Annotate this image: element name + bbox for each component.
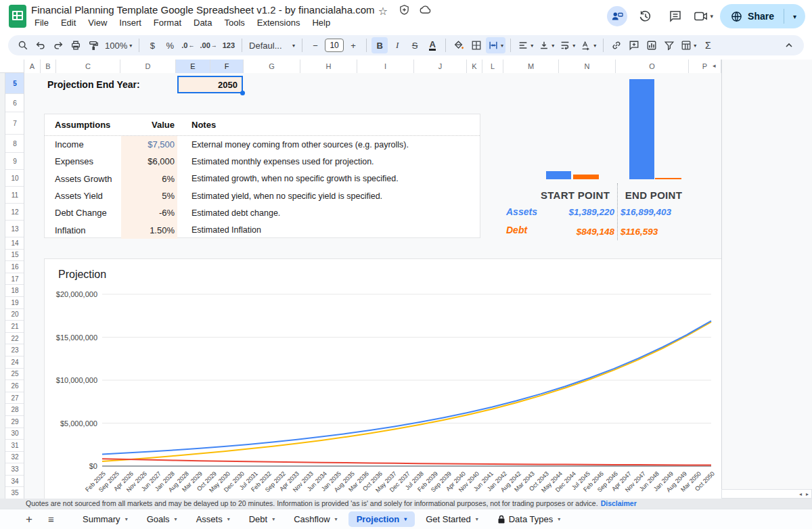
row-header-33[interactable]: 33	[5, 463, 24, 476]
row-header-12[interactable]: 12	[5, 204, 24, 221]
all-sheets-menu-icon[interactable]: ≡	[39, 513, 62, 525]
font-size-decrease-button[interactable]: −	[307, 37, 323, 53]
table-button[interactable]: ▾	[679, 37, 698, 53]
row-header-19[interactable]: 19	[5, 297, 24, 309]
insert-comment-button[interactable]	[626, 37, 642, 53]
row-header-28[interactable]: 28	[5, 404, 24, 416]
sheets-logo-icon[interactable]	[9, 5, 26, 28]
column-header-M[interactable]: M	[503, 60, 559, 73]
column-header-H[interactable]: H	[300, 60, 357, 73]
menu-insert[interactable]: Insert	[114, 16, 146, 29]
merge-cells-button[interactable]: ▾	[486, 37, 505, 53]
tab-summary[interactable]: Summary▾	[74, 511, 136, 527]
menu-view[interactable]: View	[83, 16, 112, 29]
assumption-value-cell[interactable]: -6%	[121, 204, 177, 221]
row-header-31[interactable]: 31	[5, 440, 24, 452]
undo-button[interactable]	[32, 37, 49, 53]
row-header-30[interactable]: 30	[5, 428, 24, 440]
tab-assets[interactable]: Assets▾	[188, 511, 238, 527]
column-header-N[interactable]: N	[559, 60, 616, 73]
spreadsheet-canvas[interactable]: Projection End Year: 2050 Assumptions Va…	[24, 73, 721, 499]
row-header-11[interactable]: 11	[5, 187, 24, 204]
move-shield-icon[interactable]	[397, 4, 411, 18]
column-header-C[interactable]: C	[56, 60, 120, 73]
column-header-J[interactable]: J	[414, 60, 467, 73]
menu-data[interactable]: Data	[189, 16, 217, 29]
tab-goals[interactable]: Goals▾	[139, 511, 185, 527]
row-header-21[interactable]: 21	[5, 321, 24, 333]
print-button[interactable]	[68, 37, 84, 53]
row-header-16[interactable]: 16	[5, 261, 24, 273]
column-header-L[interactable]: L	[482, 60, 503, 73]
font-select[interactable]: Defaul...▾	[247, 37, 297, 53]
bold-button[interactable]: B	[371, 37, 388, 53]
increase-decimal-button[interactable]: .00→	[198, 37, 219, 53]
presence-indicator-icon[interactable]	[607, 6, 627, 26]
font-size-increase-button[interactable]: +	[345, 37, 361, 53]
tab-caret-icon[interactable]: ▾	[175, 516, 177, 522]
menu-help[interactable]: Help	[307, 16, 335, 29]
select-all-corner[interactable]	[0, 60, 24, 73]
more-formats-button[interactable]: 123	[221, 37, 237, 53]
tab-caret-icon[interactable]: ▾	[404, 516, 407, 522]
menu-tools[interactable]: Tools	[219, 16, 249, 29]
assumption-value-cell[interactable]: 1.50%	[121, 221, 177, 238]
tab-caret-icon[interactable]: ▾	[227, 516, 230, 522]
share-caret-icon[interactable]: ▾	[784, 13, 805, 20]
text-color-button[interactable]: A	[424, 37, 441, 53]
row-header-25[interactable]: 25	[5, 369, 24, 381]
end-year-cell[interactable]: 2050	[177, 76, 243, 93]
assumption-value-cell[interactable]: 5%	[121, 187, 177, 204]
menu-file[interactable]: File	[30, 16, 53, 29]
text-wrap-button[interactable]: ▾	[558, 37, 577, 53]
row-header-26[interactable]: 26	[5, 380, 24, 392]
column-header-G[interactable]: G	[244, 60, 300, 73]
redo-button[interactable]	[50, 37, 66, 53]
tab-get-started[interactable]: Get Started▾	[418, 511, 487, 527]
menu-format[interactable]: Format	[149, 16, 186, 29]
format-currency-button[interactable]: $	[144, 37, 160, 53]
search-icon[interactable]	[15, 37, 31, 53]
add-sheet-button[interactable]: +	[19, 513, 39, 526]
horizontal-scrollbar[interactable]: ◂ ▸	[721, 489, 812, 499]
italic-button[interactable]: I	[389, 37, 405, 53]
zoom-select[interactable]: 100%▾	[103, 37, 134, 53]
row-header-5[interactable]: 5	[5, 73, 24, 94]
tab-cashflow[interactable]: Cashflow▾	[286, 511, 345, 527]
functions-button[interactable]: Σ	[700, 37, 716, 53]
column-header-K[interactable]: K	[467, 60, 482, 73]
decrease-decimal-button[interactable]: .0←	[179, 37, 196, 53]
column-header-A[interactable]: A	[24, 60, 41, 73]
row-header-17[interactable]: 17	[5, 273, 24, 285]
font-size-input[interactable]: 10	[325, 39, 344, 52]
tab-caret-icon[interactable]: ▾	[476, 516, 478, 522]
tab-data-types[interactable]: Data Types▾	[489, 511, 569, 527]
row-header-20[interactable]: 20	[5, 309, 24, 321]
row-header-32[interactable]: 32	[5, 452, 24, 464]
assumption-value-cell[interactable]: $6,000	[121, 153, 177, 170]
format-percent-button[interactable]: %	[162, 37, 178, 53]
fill-handle[interactable]	[240, 91, 245, 95]
assumption-value-cell[interactable]: 6%	[121, 170, 177, 187]
column-header-D[interactable]: D	[120, 60, 176, 73]
comment-history-icon[interactable]	[664, 5, 687, 28]
tab-projection[interactable]: Projection▾	[348, 511, 415, 527]
share-button[interactable]: Share ▾	[720, 4, 805, 28]
row-header-34[interactable]: 34	[5, 476, 24, 488]
text-rotation-button[interactable]: ▾	[579, 37, 598, 53]
tab-caret-icon[interactable]: ▾	[125, 516, 128, 522]
vertical-align-button[interactable]: ▾	[537, 37, 556, 53]
menu-edit[interactable]: Edit	[56, 16, 81, 29]
row-header-10[interactable]: 10	[5, 170, 24, 187]
borders-button[interactable]	[468, 37, 484, 53]
cloud-saved-icon[interactable]	[418, 4, 432, 18]
row-header-6[interactable]: 6	[5, 94, 24, 112]
row-header-22[interactable]: 22	[5, 333, 24, 345]
row-header-7[interactable]: 7	[5, 112, 24, 135]
tab-caret-icon[interactable]: ▾	[272, 516, 275, 522]
paint-format-button[interactable]	[85, 37, 102, 53]
column-header-I[interactable]: I	[357, 60, 414, 73]
collapse-toolbar-icon[interactable]	[781, 37, 797, 53]
star-icon[interactable]: ☆	[376, 5, 390, 18]
column-header-F[interactable]: F	[210, 60, 244, 73]
